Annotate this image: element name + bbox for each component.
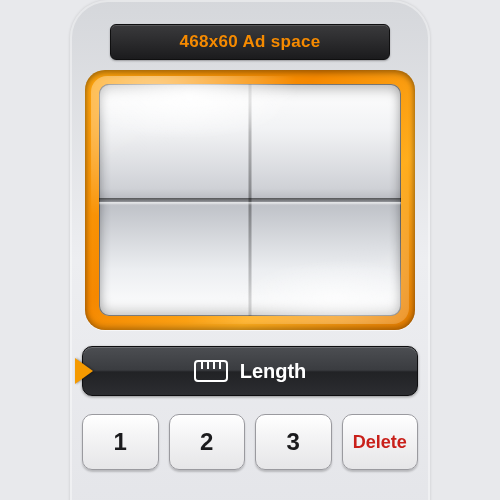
picker-display[interactable]	[99, 84, 401, 316]
mode-selector[interactable]: Length	[82, 346, 418, 396]
mode-content: Length	[194, 360, 307, 383]
ruler-icon	[194, 360, 228, 382]
key-3[interactable]: 3	[255, 414, 332, 470]
ad-banner[interactable]: 468x60 Ad space	[110, 24, 390, 60]
display-gloss	[99, 84, 401, 316]
display-panel	[85, 70, 415, 330]
device-frame: 468x60 Ad space Length 1 2 3 Delete	[70, 0, 430, 500]
ad-banner-label: 468x60 Ad space	[180, 32, 321, 52]
keypad-row: 1 2 3 Delete	[82, 414, 418, 470]
key-2[interactable]: 2	[169, 414, 246, 470]
delete-button[interactable]: Delete	[342, 414, 419, 470]
key-1[interactable]: 1	[82, 414, 159, 470]
mode-arrow-icon	[75, 358, 93, 384]
mode-label: Length	[240, 360, 307, 383]
